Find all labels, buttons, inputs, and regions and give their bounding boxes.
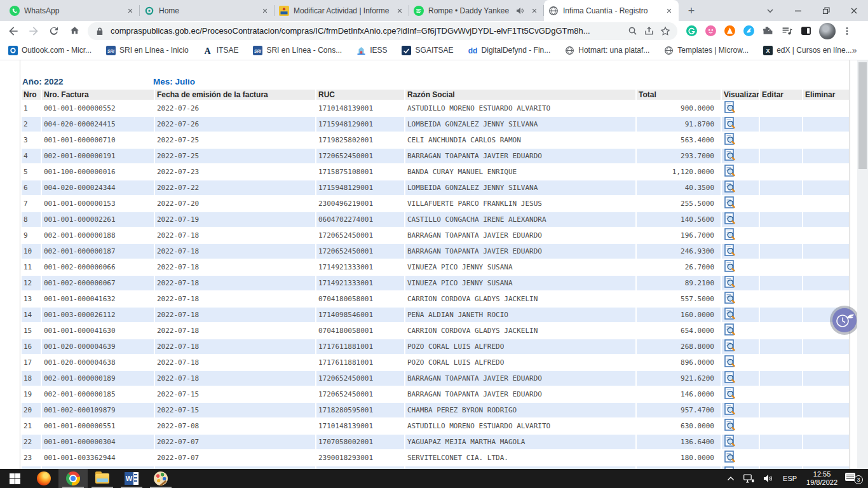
media-list-icon[interactable] [782,25,792,36]
visualizar-icon[interactable] [724,308,736,320]
cell-factura: 001-020-000004639 [42,339,154,354]
browser-tab[interactable]: WhatsApp [5,0,140,21]
tab-audio-icon[interactable] [516,6,525,15]
tray-chevron-up-icon[interactable] [722,469,739,488]
tab-search-chevron-icon[interactable] [756,0,784,21]
feather-ext-icon[interactable] [743,25,754,36]
visualizar-icon[interactable] [724,355,736,368]
floating-clock-widget[interactable] [830,306,859,335]
browser-tab[interactable]: Infima Cuantía - Registro [544,0,679,21]
bookmark-item[interactable]: SRISRI en Línea - Inicio [105,45,189,55]
visualizar-icon[interactable] [724,117,736,130]
start-button[interactable] [0,469,29,488]
back-button[interactable] [4,22,23,40]
puzzle-icon[interactable] [763,25,773,36]
cell-total: 293.7000 [637,149,721,163]
visualizar-icon[interactable] [724,149,736,161]
address-bar[interactable]: compraspublicas.gob.ec/ProcesoContrataci… [88,22,677,40]
tab-title: Rompe • Daddy Yankee [428,6,512,15]
pink-ext-icon[interactable] [705,25,716,36]
home-button[interactable] [65,22,84,40]
bookmark-item[interactable]: XedX | Cursos en líne... [763,45,852,55]
notification-center-button[interactable]: 3 [843,469,864,488]
visualizar-icon[interactable] [724,451,736,463]
grammarly-icon[interactable] [686,25,697,36]
cell-fecha: 2022-07-18 [155,371,315,386]
visualizar-icon[interactable] [724,165,736,177]
forward-button[interactable] [24,22,43,40]
tab-close-icon[interactable] [529,6,539,16]
visualizar-icon[interactable] [724,323,736,336]
language-indicator[interactable]: ESP [778,469,801,488]
restore-button[interactable] [812,0,840,21]
share-icon[interactable] [643,25,654,37]
url-text[interactable]: compraspublicas.gob.ec/ProcesoContrataci… [111,26,621,36]
scrollbar-thumb[interactable] [858,62,867,169]
bookmark-item[interactable]: Hotmart: una plataf... [564,45,649,55]
clock-datetime[interactable]: 12:55 19/8/2022 [801,469,843,488]
cell-ruc: 1720652450001 [316,149,404,163]
visualizar-icon[interactable] [724,292,736,304]
bookmark-item[interactable]: AITSAE [203,45,239,55]
reload-button[interactable] [44,22,64,40]
browser-tab[interactable]: Rompe • Daddy Yankee [409,0,544,21]
close-window-button[interactable] [840,0,868,21]
avast-icon[interactable] [724,25,735,36]
visualizar-icon[interactable] [724,276,736,288]
taskbar-chrome-button[interactable] [58,469,88,488]
bookmark-item[interactable]: SGAITSAE [402,45,454,55]
visualizar-icon[interactable] [724,196,736,209]
column-header: Eliminar [803,90,849,100]
cell-total: 26.7000 [637,260,721,274]
visualizar-icon[interactable] [724,101,736,114]
cell-ruc: 1720652450001 [316,387,404,402]
bookmark-item[interactable]: IESS [356,45,387,55]
taskbar-firefox-button[interactable] [29,469,58,488]
bookmark-item[interactable]: SRISRI en Línea - Cons... [252,45,342,55]
visualizar-icon[interactable] [724,387,736,400]
browser-tab[interactable]: Home [140,0,275,21]
tab-close-icon[interactable] [395,6,405,16]
bookmark-item[interactable]: ddDigitalDefynd - Fin... [468,45,551,55]
taskbar-explorer-button[interactable] [88,469,117,488]
visualizar-icon[interactable] [724,180,736,193]
cell-factura: 001-001-000000710 [42,133,154,147]
visualizar-icon[interactable] [724,435,736,447]
visualizar-icon[interactable] [724,260,736,273]
cell-editar [760,403,802,417]
bookmark-label: Outlook.com - Micr... [22,46,92,55]
visualizar-icon[interactable] [724,419,736,431]
bookmark-item[interactable]: Templates | Microw... [663,45,749,55]
taskbar-word-button[interactable] [117,469,146,488]
bookmarks-overflow-chevron[interactable]: » [852,45,861,55]
browser-tab[interactable]: Modificar Actividad | Informe [275,0,409,21]
bookmark-star-icon[interactable] [660,25,671,37]
dark-panel-icon[interactable] [801,25,811,36]
system-tray: ESP 12:55 19/8/2022 3 [722,469,868,488]
cell-fecha: 2022-07-07 [155,451,315,465]
visualizar-icon[interactable] [724,212,736,225]
tab-close-icon[interactable] [664,6,674,16]
tab-close-icon[interactable] [260,6,270,16]
volume-icon[interactable] [759,469,778,488]
visualizar-icon[interactable] [724,371,736,384]
visualizar-icon[interactable] [724,403,736,416]
cell-total: 563.4000 [637,133,721,147]
visualizar-icon[interactable] [724,228,736,241]
cell-visualizar [722,308,759,322]
cell-ruc: 0704180058001 [316,292,404,306]
page-scrollbar[interactable] [857,60,868,469]
new-tab-button[interactable]: + [682,2,700,20]
browser-menu-icon[interactable] [841,24,853,39]
profile-avatar[interactable] [819,23,836,39]
visualizar-icon[interactable] [724,244,736,257]
zoom-page-icon[interactable] [627,25,638,37]
minimize-button[interactable] [784,0,812,21]
bookmark-item[interactable]: Outlook.com - Micr... [8,45,92,55]
network-icon[interactable] [739,469,759,488]
tab-close-icon[interactable] [125,6,135,16]
taskbar-paint-button[interactable] [146,469,175,488]
visualizar-icon[interactable] [724,339,736,352]
lock-icon[interactable] [94,25,105,37]
visualizar-icon[interactable] [724,133,736,146]
